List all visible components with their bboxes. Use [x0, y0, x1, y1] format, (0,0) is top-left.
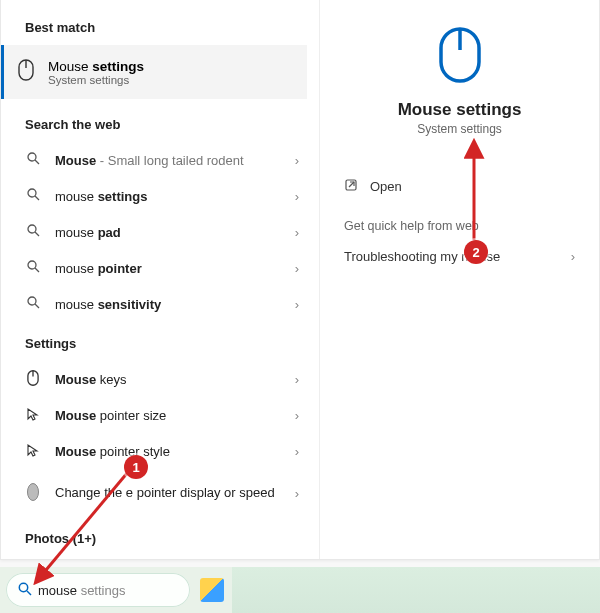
svg-line-19 [349, 182, 354, 187]
search-query: mouse settings [38, 583, 125, 598]
photos-header[interactable]: Photos (1+) [1, 517, 319, 546]
svg-point-8 [28, 261, 36, 269]
svg-point-6 [28, 225, 36, 233]
open-action[interactable]: Open [344, 170, 575, 203]
mouse-icon [25, 370, 41, 389]
search-web-header: Search the web [1, 99, 319, 142]
best-match-title-bold: settings [92, 59, 144, 74]
troubleshoot-label: Troubleshooting my mouse [344, 249, 500, 264]
settings-mouse-pointer-style[interactable]: Mouse pointer style › [1, 433, 319, 469]
taskbar-remainder [232, 567, 600, 613]
search-icon [25, 296, 41, 312]
web-result-mouse-pad[interactable]: mouse pad › [1, 214, 319, 250]
troubleshoot-link[interactable]: Troubleshooting my mouse › [344, 241, 575, 272]
results-left-column: Best match Mouse settings System setting… [1, 0, 319, 559]
search-results-panel: Best match Mouse settings System setting… [0, 0, 600, 560]
settings-mouse-keys[interactable]: Mouse keys › [1, 361, 319, 397]
preview-subtitle: System settings [417, 122, 502, 136]
svg-line-21 [27, 591, 31, 595]
preview-hero: Mouse settings System settings [344, 26, 575, 136]
svg-line-5 [35, 196, 39, 200]
svg-line-3 [35, 160, 39, 164]
svg-point-2 [28, 153, 36, 161]
search-icon [25, 224, 41, 240]
settings-header: Settings [1, 322, 319, 361]
svg-line-11 [35, 304, 39, 308]
best-match-result[interactable]: Mouse settings System settings [1, 45, 307, 99]
chevron-right-icon: › [295, 297, 299, 312]
chevron-right-icon: › [295, 408, 299, 423]
mouse-large-icon [438, 26, 482, 88]
chevron-right-icon: › [295, 444, 299, 459]
quick-help-label: Get quick help from web [344, 211, 575, 241]
preview-title: Mouse settings [398, 100, 522, 120]
taskbar-search-box[interactable]: mouse settings [6, 573, 190, 607]
chevron-right-icon: › [295, 486, 299, 501]
svg-point-20 [19, 583, 27, 591]
svg-point-10 [28, 297, 36, 305]
open-icon [344, 178, 358, 195]
cursor-icon [25, 443, 41, 460]
mouse-image-icon [25, 482, 41, 505]
chevron-right-icon: › [295, 225, 299, 240]
svg-line-7 [35, 232, 39, 236]
chevron-right-icon: › [295, 153, 299, 168]
search-icon [25, 260, 41, 276]
web-result-mouse-settings[interactable]: mouse settings › [1, 178, 319, 214]
web-result-mouse[interactable]: Mouse - Small long tailed rodent › [1, 142, 319, 178]
settings-mouse-pointer-size[interactable]: Mouse pointer size › [1, 397, 319, 433]
best-match-texts: Mouse settings System settings [48, 59, 144, 86]
cursor-icon [25, 407, 41, 424]
chevron-right-icon: › [295, 189, 299, 204]
search-icon [18, 582, 32, 599]
open-label: Open [370, 179, 402, 194]
best-match-subtitle: System settings [48, 74, 144, 86]
web-result-mouse-sensitivity[interactable]: mouse sensitivity › [1, 286, 319, 322]
svg-point-4 [28, 189, 36, 197]
taskbar-app-icon[interactable] [200, 578, 224, 602]
web-result-mouse-pointer[interactable]: mouse pointer › [1, 250, 319, 286]
chevron-right-icon: › [295, 372, 299, 387]
chevron-right-icon: › [295, 261, 299, 276]
best-match-title-plain: Mouse [48, 59, 92, 74]
chevron-right-icon: › [571, 249, 575, 264]
search-icon [25, 152, 41, 168]
settings-change-pointer-speed[interactable]: Change the e pointer display or speed › [1, 469, 319, 517]
result-preview-pane: Mouse settings System settings Open Get … [319, 0, 599, 559]
search-icon [25, 188, 41, 204]
taskbar: mouse settings [0, 567, 600, 613]
best-match-header: Best match [1, 10, 319, 45]
mouse-icon [16, 59, 36, 85]
svg-line-9 [35, 268, 39, 272]
